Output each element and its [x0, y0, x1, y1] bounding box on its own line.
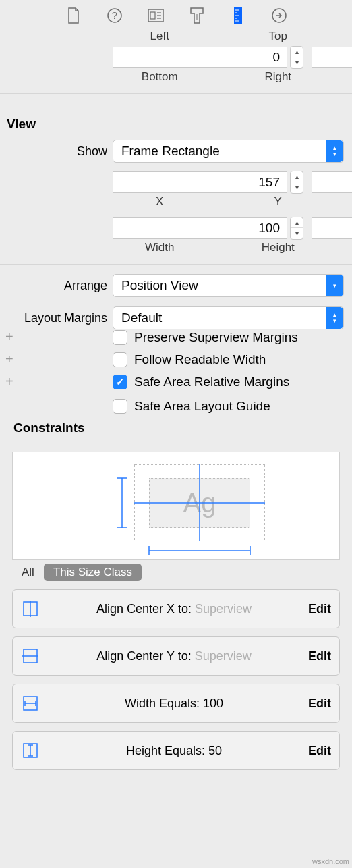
left-label: Left — [113, 30, 226, 43]
constraint-desc: Align Center Y to: Superview — [49, 649, 299, 663]
edit-button[interactable]: Edit — [308, 602, 331, 616]
width-label: Width — [113, 241, 226, 254]
arrange-popup[interactable]: Position View ▾ — [113, 274, 344, 297]
inspector-tab-bar: ? — [0, 0, 352, 32]
preserve-superview-margins-checkbox[interactable] — [113, 330, 127, 345]
safe-area-layout-guide-checkbox[interactable] — [113, 399, 127, 414]
height-label: Height — [226, 241, 345, 254]
attributes-inspector-icon[interactable] — [188, 7, 206, 24]
layout-margins-value: Default — [121, 310, 162, 325]
edit-button[interactable]: Edit — [308, 649, 331, 663]
layout-margins-popup[interactable]: Default ▴▾ — [113, 306, 344, 329]
width-constraint-icon — [21, 694, 40, 713]
align-center-x-icon — [21, 599, 40, 618]
add-option-button[interactable]: + — [0, 352, 15, 367]
segment-all[interactable]: All — [12, 564, 44, 581]
constraint-row[interactable]: Align Center X to: Superview Edit — [12, 589, 340, 628]
constraints-title: Constraints — [0, 414, 352, 439]
y-label: Y — [226, 195, 345, 209]
y-input[interactable] — [312, 171, 352, 193]
constraint-desc: Width Equals: 100 — [49, 697, 299, 711]
arrange-label: Arrange — [0, 279, 113, 293]
safe-relative-label: Safe Area Relative Margins — [134, 375, 289, 389]
stepper[interactable]: ▴▾ — [290, 171, 303, 194]
preserve-label: Preserve Superview Margins — [134, 330, 298, 345]
right-label: Right — [226, 70, 345, 84]
size-class-segmented: All This Size Class — [12, 564, 340, 581]
svg-rect-3 — [150, 12, 155, 19]
help-inspector-icon[interactable]: ? — [106, 7, 123, 24]
x-label: X — [113, 195, 226, 209]
x-input[interactable] — [113, 171, 287, 193]
view-section-title: View — [0, 103, 352, 137]
edit-button[interactable]: Edit — [308, 697, 331, 711]
size-inspector-icon[interactable] — [229, 7, 247, 24]
constraint-row[interactable]: Width Equals: 100 Edit — [12, 684, 340, 723]
constraint-row[interactable]: Height Equals: 50 Edit — [12, 731, 340, 770]
constraint-row[interactable]: Align Center Y to: Superview Edit — [12, 636, 340, 676]
safe-area-relative-margins-checkbox[interactable]: ✓ — [113, 375, 127, 389]
svg-text:?: ? — [112, 10, 117, 21]
arrange-value: Position View — [121, 278, 198, 293]
stepper[interactable]: ▴▾ — [290, 46, 303, 69]
inset-value-1[interactable] — [113, 47, 287, 68]
follow-readable-width-checkbox[interactable] — [113, 352, 127, 367]
edit-button[interactable]: Edit — [308, 744, 331, 758]
height-constraint-icon — [21, 741, 40, 760]
safe-guide-label: Safe Area Layout Guide — [134, 399, 270, 414]
add-option-button[interactable]: + — [0, 374, 15, 389]
identity-inspector-icon[interactable] — [147, 7, 165, 24]
readable-label: Follow Readable Width — [134, 352, 266, 367]
constraint-desc: Align Center X to: Superview — [49, 602, 299, 616]
bottom-label: Bottom — [113, 70, 226, 84]
watermark: wsxdn.com — [312, 857, 349, 865]
width-input[interactable] — [113, 217, 287, 239]
connections-inspector-icon[interactable] — [270, 7, 288, 24]
file-inspector-icon[interactable] — [65, 7, 82, 24]
show-label: Show — [0, 144, 113, 159]
show-value: Frame Rectangle — [121, 144, 220, 159]
constraint-desc: Height Equals: 50 — [49, 744, 299, 758]
inset-value-2[interactable] — [312, 47, 352, 68]
add-option-button[interactable]: + — [0, 329, 15, 345]
height-input[interactable] — [312, 217, 352, 239]
align-center-y-icon — [21, 647, 40, 666]
layout-margins-label: Layout Margins — [0, 311, 113, 325]
top-label: Top — [226, 30, 345, 43]
show-popup[interactable]: Frame Rectangle ▴▾ — [113, 140, 344, 163]
segment-this-size-class[interactable]: This Size Class — [44, 564, 142, 581]
stepper[interactable]: ▴▾ — [290, 217, 303, 240]
constraints-preview[interactable]: Ag — [12, 452, 340, 560]
